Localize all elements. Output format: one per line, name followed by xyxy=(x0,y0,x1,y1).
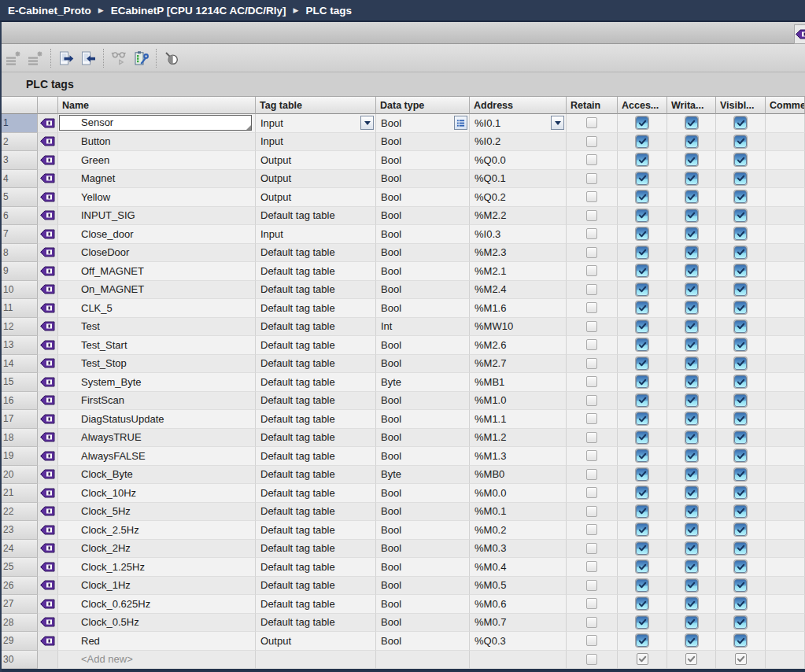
data-type-cell[interactable]: Bool xyxy=(376,429,470,448)
data-type-cell[interactable]: Bool xyxy=(376,262,470,281)
comment-cell[interactable] xyxy=(766,577,805,596)
comment-cell[interactable] xyxy=(766,188,805,207)
comment-cell[interactable] xyxy=(766,262,805,281)
tag-table-cell[interactable]: Default tag table xyxy=(256,392,376,411)
tag-name-cell[interactable]: Red xyxy=(58,632,256,651)
writable-checkbox[interactable] xyxy=(685,135,698,148)
row-number[interactable]: 26 xyxy=(0,577,38,596)
retain-checkbox[interactable] xyxy=(586,598,597,609)
retain-checkbox[interactable] xyxy=(586,154,597,165)
writable-checkbox[interactable] xyxy=(685,653,697,665)
writable-checkbox[interactable] xyxy=(685,153,698,166)
data-type-cell[interactable]: Bool xyxy=(376,558,470,577)
accessible-checkbox[interactable] xyxy=(636,153,648,166)
tag-table-cell[interactable]: Default tag table xyxy=(256,540,376,559)
data-type-cell[interactable]: Bool xyxy=(376,207,470,226)
tag-table-cell[interactable]: Input xyxy=(256,114,376,133)
writable-checkbox[interactable] xyxy=(685,283,698,296)
address-cell[interactable]: %M0.5 xyxy=(470,577,567,596)
accessible-checkbox[interactable] xyxy=(636,634,648,647)
visible-checkbox[interactable] xyxy=(734,357,747,370)
comment-cell[interactable] xyxy=(766,355,805,374)
visible-checkbox[interactable] xyxy=(734,209,747,222)
address-cell[interactable]: %I0.2 xyxy=(470,133,567,152)
comment-cell[interactable] xyxy=(766,373,805,392)
retain-checkbox[interactable] xyxy=(586,450,597,461)
tag-name-cell[interactable]: Clock_Byte xyxy=(58,466,256,485)
tag-table-cell[interactable]: Default tag table xyxy=(256,262,376,281)
retain-checkbox[interactable] xyxy=(586,376,597,387)
tag-name-cell[interactable]: AlwaysTRUE xyxy=(58,429,256,448)
tag-table-cell[interactable]: Default tag table xyxy=(256,410,376,429)
retain-checkbox[interactable] xyxy=(586,561,597,572)
comment-cell[interactable] xyxy=(766,336,805,355)
retain-checkbox[interactable] xyxy=(586,617,597,628)
data-type-cell[interactable]: Byte xyxy=(376,466,470,485)
retain-checkbox[interactable] xyxy=(586,432,597,443)
writable-checkbox[interactable] xyxy=(685,209,698,222)
add-row-button[interactable] xyxy=(26,49,45,68)
header-row-number[interactable] xyxy=(0,97,38,114)
tag-table-cell[interactable]: Default tag table xyxy=(256,503,376,522)
address-cell[interactable]: %M0.7 xyxy=(470,614,567,633)
visible-checkbox[interactable] xyxy=(734,116,747,129)
visible-checkbox[interactable] xyxy=(734,394,747,407)
writable-checkbox[interactable] xyxy=(685,375,698,388)
row-number[interactable]: 6 xyxy=(0,207,38,226)
tag-table-cell[interactable]: Default tag table xyxy=(256,447,376,466)
visible-checkbox[interactable] xyxy=(734,153,747,166)
tag-name-cell[interactable]: Clock_0.625Hz xyxy=(58,595,256,614)
visible-checkbox[interactable] xyxy=(734,523,747,536)
comment-cell[interactable] xyxy=(766,410,805,429)
comment-cell[interactable] xyxy=(766,540,805,559)
header-name[interactable]: Name xyxy=(58,97,256,114)
retain-checkbox[interactable] xyxy=(586,136,597,147)
accessible-checkbox[interactable] xyxy=(636,431,648,444)
tag-table-cell[interactable]: Input xyxy=(256,133,376,152)
writable-checkbox[interactable] xyxy=(685,338,698,351)
visible-checkbox[interactable] xyxy=(734,634,747,647)
address-cell[interactable]: %M1.3 xyxy=(470,447,567,466)
accessible-checkbox[interactable] xyxy=(636,172,648,185)
address-cell[interactable]: %M0.0 xyxy=(470,484,567,503)
row-number[interactable]: 27 xyxy=(0,595,38,614)
writable-checkbox[interactable] xyxy=(685,246,698,259)
tag-name-cell[interactable]: On_MAGNET xyxy=(58,281,256,300)
row-number[interactable]: 23 xyxy=(0,521,38,540)
tag-table-cell[interactable]: Default tag table xyxy=(256,244,376,263)
retain-checkbox[interactable] xyxy=(586,635,597,646)
row-number[interactable]: 3 xyxy=(0,151,38,170)
data-type-cell[interactable]: Byte xyxy=(376,373,470,392)
address-cell[interactable]: %Q0.2 xyxy=(470,188,567,207)
row-number[interactable]: 8 xyxy=(0,244,38,263)
comment-cell[interactable] xyxy=(766,392,805,411)
writable-checkbox[interactable] xyxy=(685,634,698,647)
retain-checkbox[interactable] xyxy=(586,284,597,295)
address-cell[interactable]: %M1.1 xyxy=(470,410,567,429)
data-type-cell[interactable]: Bool xyxy=(376,299,470,318)
accessible-checkbox[interactable] xyxy=(636,597,648,610)
tag-table-cell[interactable]: Output xyxy=(256,188,376,207)
row-number[interactable]: 1 xyxy=(0,114,38,133)
tag-table-cell[interactable]: Default tag table xyxy=(256,207,376,226)
import-button[interactable] xyxy=(79,49,98,68)
writable-checkbox[interactable] xyxy=(685,227,698,240)
tag-name-cell[interactable]: Clock_0.5Hz xyxy=(58,614,256,633)
data-type-cell[interactable]: Bool xyxy=(376,410,470,429)
comment-cell[interactable] xyxy=(766,429,805,448)
retain-checkbox[interactable] xyxy=(586,210,597,221)
tag-name-input[interactable]: Sensor xyxy=(59,115,252,131)
data-type-cell[interactable]: Bool xyxy=(376,244,470,263)
tag-name-cell[interactable]: FirstScan xyxy=(58,392,256,411)
tag-name-cell[interactable]: AlwaysFALSE xyxy=(58,447,256,466)
tag-table-cell[interactable]: Default tag table xyxy=(256,355,376,374)
accessible-checkbox[interactable] xyxy=(636,579,648,592)
accessible-checkbox[interactable] xyxy=(636,449,648,462)
tag-table-cell[interactable]: Default tag table xyxy=(256,466,376,485)
accessible-checkbox[interactable] xyxy=(636,394,648,407)
writable-checkbox[interactable] xyxy=(685,560,698,573)
row-number[interactable]: 10 xyxy=(0,281,38,300)
accessible-checkbox[interactable] xyxy=(636,227,648,240)
retain-checkbox[interactable] xyxy=(586,487,597,498)
retain-checkbox[interactable] xyxy=(586,469,597,480)
